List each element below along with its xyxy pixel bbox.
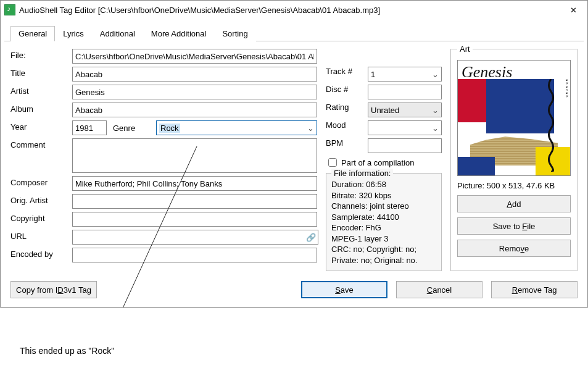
url-field[interactable] — [72, 230, 318, 245]
genre-combobox[interactable]: Rock ⌄ — [156, 120, 317, 135]
file-info-bitrate: Bitrate: 320 kbps — [331, 190, 436, 201]
tab-strip: General Lyrics Additional More Additiona… — [4, 22, 584, 41]
year-label: Year — [10, 120, 66, 135]
mid-fields: Track # 1 ⌄ Disc # Rating Unrated ⌄ Mood… — [326, 49, 442, 271]
genre-label: Genre — [113, 124, 150, 133]
tab-general[interactable]: General — [10, 26, 55, 41]
chevron-down-icon: ⌄ — [432, 70, 439, 79]
orig-artist-label: Orig. Artist — [10, 194, 66, 209]
cancel-button[interactable]: Cancel — [396, 281, 482, 298]
window-title: AudioShell Tag Editor [C:\Users\hfbor\On… — [19, 6, 560, 15]
url-label: URL — [10, 230, 66, 245]
track-combobox[interactable]: 1 ⌄ — [368, 67, 442, 82]
art-side-text: abacab — [564, 79, 569, 140]
link-icon[interactable]: 🔗 — [305, 231, 317, 243]
chevron-down-icon: ⌄ — [432, 106, 439, 115]
composer-field[interactable] — [72, 176, 317, 191]
composer-label: Composer — [10, 176, 66, 191]
file-info-duration: Duration: 06:58 — [331, 179, 436, 190]
file-label: File: — [10, 49, 66, 64]
comment-field[interactable] — [72, 138, 317, 173]
disc-label: Disc # — [326, 85, 364, 99]
art-squiggle — [547, 79, 555, 172]
bottom-bar: Copy from ID3v1 Tag Save Cancel Remove T… — [1, 276, 587, 307]
year-field[interactable] — [72, 120, 107, 135]
compilation-label: Part of a compilation — [341, 158, 415, 167]
copyright-label: Copyright — [10, 212, 66, 227]
compilation-row[interactable]: Part of a compilation — [326, 156, 442, 169]
encoded-by-field[interactable] — [72, 248, 317, 262]
album-art[interactable]: Genesis abacab — [457, 60, 571, 176]
file-info-samplerate: Samplerate: 44100 — [331, 212, 436, 223]
bpm-field[interactable] — [368, 138, 442, 153]
year-genre-row: Genre Rock ⌄ — [72, 120, 317, 135]
titlebar: AudioShell Tag Editor [C:\Users\hfbor\On… — [1, 1, 587, 19]
spacer — [326, 49, 442, 64]
file-info-layer: MPEG-1 layer 3 — [331, 233, 436, 245]
track-label: Track # — [326, 67, 364, 82]
remove-tag-button[interactable]: Remove Tag — [491, 281, 578, 298]
art-group: Art Genesis abacab Picture: 500 x 513, 4… — [450, 49, 578, 271]
title-field[interactable] — [72, 67, 317, 82]
app-icon — [4, 4, 15, 15]
mood-label: Mood — [326, 120, 364, 135]
comment-label: Comment — [10, 138, 66, 173]
album-label: Album — [10, 103, 66, 117]
copy-from-id3v1-button[interactable]: Copy from ID3v1 Tag — [10, 281, 97, 298]
file-info-encoder: Encoder: FhG — [331, 222, 436, 233]
left-fields: File: Title Artist Album Year Genre Rock… — [10, 49, 317, 271]
general-panel: File: Title Artist Album Year Genre Rock… — [1, 41, 587, 276]
art-save-to-file-button[interactable]: Save to File — [457, 217, 571, 235]
rating-value: Unrated — [371, 106, 399, 115]
file-field[interactable] — [72, 49, 317, 64]
picture-info: Picture: 500 x 513, 47.6 KB — [457, 181, 571, 190]
disc-field[interactable] — [368, 85, 442, 99]
bpm-label: BPM — [326, 138, 364, 153]
tab-sorting[interactable]: Sorting — [214, 26, 255, 41]
close-icon: ✕ — [570, 6, 577, 15]
url-row: 🔗 — [72, 230, 317, 245]
save-button[interactable]: Save — [301, 281, 387, 298]
artist-label: Artist — [10, 85, 66, 99]
orig-artist-field[interactable] — [72, 194, 317, 209]
title-label: Title — [10, 67, 66, 82]
file-info-channels: Channels: joint stereo — [331, 201, 436, 212]
art-remove-button[interactable]: Remove — [457, 240, 571, 257]
artist-field[interactable] — [72, 85, 317, 99]
art-add-button[interactable]: Add — [457, 195, 571, 212]
chevron-down-icon: ⌄ — [307, 124, 314, 133]
file-info-body: Duration: 06:58 Bitrate: 320 kbps Channe… — [331, 179, 436, 266]
tab-lyrics[interactable]: Lyrics — [55, 26, 91, 41]
art-header: Art — [457, 44, 473, 54]
genre-value: Rock — [159, 124, 180, 133]
album-field[interactable] — [72, 103, 317, 117]
file-info-crc: CRC: no; Copyright: no; — [331, 244, 436, 255]
file-info-header: File information: — [331, 169, 393, 178]
tab-more-additional[interactable]: More Additional — [143, 26, 215, 41]
file-info-group: File information: Duration: 06:58 Bitrat… — [326, 173, 442, 271]
close-button[interactable]: ✕ — [560, 1, 587, 19]
rating-combobox[interactable]: Unrated ⌄ — [368, 103, 442, 117]
mood-combobox[interactable]: ⌄ — [368, 120, 442, 135]
chevron-down-icon: ⌄ — [432, 124, 439, 133]
copyright-field[interactable] — [72, 212, 317, 227]
tab-additional[interactable]: Additional — [92, 26, 143, 41]
rating-label: Rating — [326, 103, 364, 117]
app-window: AudioShell Tag Editor [C:\Users\hfbor\On… — [0, 0, 588, 308]
file-info-priv: Private: no; Original: no. — [331, 255, 436, 266]
compilation-checkbox[interactable] — [328, 158, 337, 167]
track-value: 1 — [371, 70, 375, 79]
encoded-by-label: Encoded by — [10, 248, 66, 262]
